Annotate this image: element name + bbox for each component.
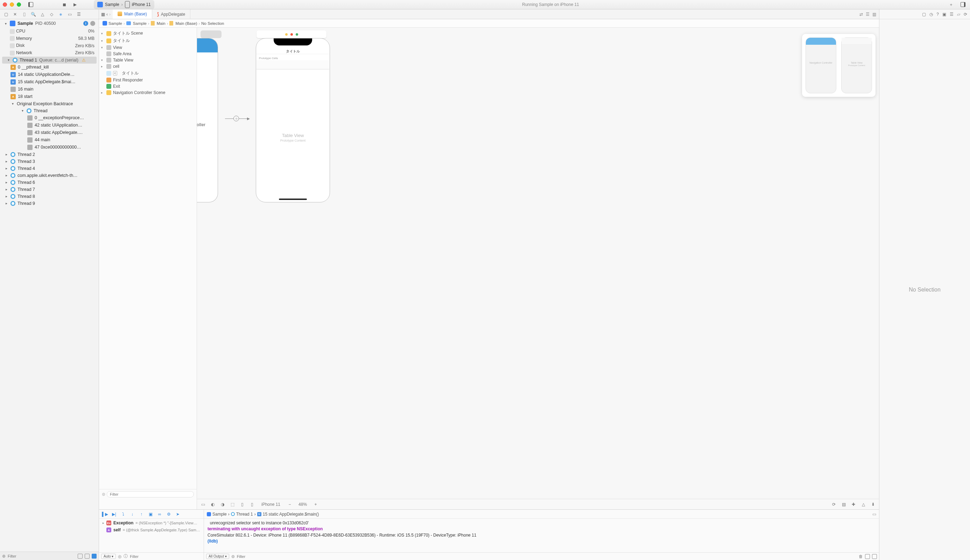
navigator-filter-input[interactable] xyxy=(8,554,75,558)
stack-frame[interactable]: U14 static UIApplicationDele… xyxy=(0,71,99,78)
auto-variables-button[interactable]: Auto ▾ xyxy=(101,554,116,559)
view-debug-button[interactable]: ▣ xyxy=(147,511,154,517)
path-segment[interactable]: Sample xyxy=(133,21,147,25)
variable-row[interactable]: ▸ A self = (@thick Sample.AppDelegate.Ty… xyxy=(99,527,204,533)
pause-badge-icon[interactable] xyxy=(90,21,95,26)
toggle-outline-button[interactable]: ▭ xyxy=(200,501,206,508)
run-button[interactable]: ▶ xyxy=(71,1,79,8)
toggle-console-icon[interactable]: ▭ xyxy=(872,512,876,517)
print-icon[interactable]: ⓘ xyxy=(124,553,128,559)
outline-item[interactable]: ▸Exit xyxy=(100,83,195,90)
step-over-button[interactable]: ⤵ xyxy=(120,511,126,517)
toggle-vars-button[interactable] xyxy=(865,554,870,559)
console-output[interactable]: unrecognized selector sent to instance 0… xyxy=(204,519,879,552)
outline-item[interactable]: ▸< タイトル xyxy=(100,70,195,77)
traits-button[interactable]: ◐ xyxy=(210,501,216,508)
close-window-button[interactable] xyxy=(3,2,7,7)
thread-row[interactable]: ▸Thread 6 xyxy=(0,179,99,186)
outline-item[interactable]: ▸Safe Area xyxy=(100,51,195,57)
history-inspector-icon[interactable]: ◷ xyxy=(930,12,933,17)
breakpoint-navigator-icon[interactable]: ▭ xyxy=(67,11,73,17)
toggle-console-button[interactable] xyxy=(872,554,877,559)
minimize-window-button[interactable] xyxy=(10,2,14,7)
scene-dock-vc-icon[interactable] xyxy=(285,33,288,36)
tab-appdelegate[interactable]: ⟆ AppDelegate xyxy=(152,10,191,19)
source-control-navigator-icon[interactable]: ✕ xyxy=(12,11,18,17)
stack-frame[interactable]: 42 static UIApplication… xyxy=(0,122,99,129)
scene-dock-fr-icon[interactable] xyxy=(291,33,293,36)
attributes-inspector-icon[interactable]: ☰ xyxy=(950,12,953,17)
stack-frame[interactable]: A18 start xyxy=(0,93,99,100)
info-badge-icon[interactable]: i xyxy=(83,21,88,26)
issue-navigator-icon[interactable]: △ xyxy=(39,11,45,17)
filter-option-3[interactable] xyxy=(92,554,97,558)
ib-canvas[interactable]: roller ⌾ タイトル Prototype Cells Table View xyxy=(197,28,879,499)
minimap-tv[interactable]: Table ViewPrototype Content xyxy=(841,37,872,93)
project-navigator-icon[interactable]: ▢ xyxy=(3,11,9,17)
scene-dock-exit-icon[interactable] xyxy=(296,33,298,36)
zoom-label[interactable]: 48% xyxy=(298,502,307,507)
related-items-icon[interactable]: ▦ xyxy=(101,12,105,17)
path-segment[interactable]: No Selection xyxy=(201,21,224,25)
backtrace-group[interactable]: ▾Original Exception Backtrace xyxy=(0,100,99,107)
tab-main-storyboard[interactable]: Main (Base) xyxy=(113,10,152,19)
cpu-gauge[interactable]: CPU0% xyxy=(0,28,99,35)
outline-item[interactable]: ▸First Responder xyxy=(100,77,195,83)
outline-item[interactable]: ▾View xyxy=(100,44,195,51)
scene-dock-right[interactable] xyxy=(256,30,326,38)
stack-frame[interactable]: 16 main xyxy=(0,86,99,93)
minimap-nav[interactable]: Navigation Controller xyxy=(806,37,836,93)
path-segment[interactable]: Main (Base) xyxy=(175,21,197,25)
stack-frame[interactable]: 0 __exceptionPreproce… xyxy=(0,114,99,122)
console-filter-input[interactable] xyxy=(237,554,856,558)
outline-item[interactable]: ▾タイトル xyxy=(100,37,195,44)
console-output-filter-button[interactable]: All Output ▾ xyxy=(206,554,229,559)
debug-navigator-icon[interactable]: ⎈ xyxy=(57,11,64,17)
thread-1-row[interactable]: ▾ Thread 1 Queue: c…d (serial) ⚠︎ xyxy=(2,57,97,63)
scene-dock-left[interactable] xyxy=(201,30,221,38)
jump-bar[interactable]: Sample› Sample› Main› Main (Base)› No Se… xyxy=(99,19,879,28)
assistants-icon[interactable]: ⇄ xyxy=(860,12,863,17)
connections-inspector-icon[interactable]: ⟳ xyxy=(964,12,967,17)
toggle-breakpoints-button[interactable]: ▌▶ xyxy=(102,511,108,517)
scheme-selector[interactable]: Sample › iPhone 11 xyxy=(94,0,154,9)
filter-option-2[interactable] xyxy=(85,554,90,558)
orientation-button[interactable]: ⬚ xyxy=(229,501,236,508)
stop-button[interactable]: ◼ xyxy=(60,1,69,8)
step-out-button[interactable]: ↑ xyxy=(138,511,144,517)
continue-button[interactable]: ▶| xyxy=(111,511,117,517)
stack-frame[interactable]: U15 static AppDelegate.$mai… xyxy=(0,78,99,86)
env-overrides-button[interactable]: ⚙ xyxy=(166,511,172,517)
thread-row[interactable]: ▸Thread 4 xyxy=(0,165,99,172)
quicklook-icon[interactable]: ◎ xyxy=(118,554,121,559)
device-button[interactable]: ▯ xyxy=(249,501,255,508)
thread-row[interactable]: ▸com.apple.uikit.eventfetch-th… xyxy=(0,172,99,179)
outline-item[interactable]: ▸cell xyxy=(100,63,195,70)
report-navigator-icon[interactable]: ☰ xyxy=(75,11,82,17)
zoom-out-button[interactable]: − xyxy=(287,501,293,508)
size-inspector-icon[interactable]: ▱ xyxy=(957,12,960,17)
thread-row[interactable]: ▸Thread 9 xyxy=(0,200,99,207)
stack-frame[interactable]: A0 __pthread_kill xyxy=(0,63,99,71)
library-button[interactable]: ⬇ xyxy=(870,501,876,508)
memory-graph-button[interactable]: ∞ xyxy=(156,511,163,517)
outline-scene[interactable]: ▸Navigation Controller Scene xyxy=(100,90,195,96)
layout-button[interactable]: ▯ xyxy=(239,501,245,508)
embed-button[interactable]: ⟳ xyxy=(831,501,837,508)
device-label[interactable]: iPhone 11 xyxy=(259,501,283,508)
console-jump-bar[interactable]: Sample› Thread 1› U 15 static AppDelegat… xyxy=(204,510,879,519)
network-gauge[interactable]: NetworkZero KB/s xyxy=(0,49,99,57)
thread-subrow[interactable]: ▾Thread xyxy=(0,107,99,114)
pin-button[interactable]: ✚ xyxy=(850,501,856,508)
test-navigator-icon[interactable]: ◇ xyxy=(48,11,55,17)
stack-frame[interactable]: 43 static AppDelegate.… xyxy=(0,129,99,136)
find-navigator-icon[interactable]: 🔍 xyxy=(30,11,37,17)
step-into-button[interactable]: ↓ xyxy=(129,511,135,517)
path-segment[interactable]: Main xyxy=(157,21,166,25)
segue-arrow[interactable]: ⌾ xyxy=(225,118,248,119)
process-row[interactable]: ▾ Sample PID 40500 i xyxy=(0,19,99,28)
path-segment[interactable]: 15 static AppDelegate.$main() xyxy=(263,512,319,517)
adjust-editor-icon[interactable]: ▥ xyxy=(872,12,876,17)
stack-frame[interactable]: 47 0xce00000000000… xyxy=(0,144,99,151)
align-button[interactable]: ▤ xyxy=(841,501,847,508)
